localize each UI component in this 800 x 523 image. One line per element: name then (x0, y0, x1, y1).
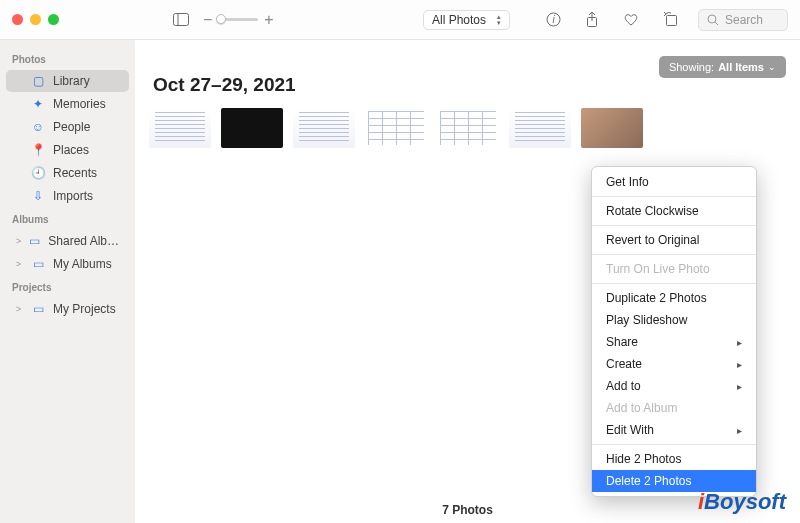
sidebar-item-memories[interactable]: ✦Memories (6, 93, 129, 115)
sidebar-item-icon: ▢ (31, 74, 45, 88)
sidebar-item-label: Places (53, 143, 89, 157)
zoom-slider[interactable]: − + (203, 11, 274, 29)
chevron-down-icon: ⌄ (768, 62, 776, 72)
menu-separator (592, 196, 756, 197)
search-field[interactable]: Search (698, 9, 788, 31)
chevron-right-icon: ▸ (737, 337, 742, 348)
sidebar-section-header: Photos (0, 48, 135, 69)
sidebar: Photos▢Library✦Memories☺People📍Places🕘Re… (0, 40, 135, 523)
sidebar-item-icon: ▭ (29, 234, 40, 248)
menu-separator (592, 225, 756, 226)
sidebar-item-label: Recents (53, 166, 97, 180)
context-menu: Get InfoRotate ClockwiseRevert to Origin… (591, 166, 757, 497)
photo-thumbnail[interactable] (437, 108, 499, 148)
photo-thumbnail[interactable] (221, 108, 283, 148)
menu-item-play-slideshow[interactable]: Play Slideshow (592, 309, 756, 331)
menu-item-turn-on-live-photo: Turn On Live Photo (592, 258, 756, 280)
sidebar-section-header: Projects (0, 276, 135, 297)
sidebar-item-label: My Albums (53, 257, 112, 271)
photo-grid (149, 108, 786, 148)
svg-rect-0 (174, 14, 189, 26)
titlebar: − + All Photos ▴▾ i Search (0, 0, 800, 40)
showing-filter-button[interactable]: Showing: All Items ⌄ (659, 56, 786, 78)
chevron-right-icon: ▸ (737, 359, 742, 370)
sidebar-item-label: Shared Alb… (48, 234, 119, 248)
sidebar-item-label: Imports (53, 189, 93, 203)
sidebar-item-icon: ✦ (31, 97, 45, 111)
menu-separator (592, 254, 756, 255)
rotate-button[interactable] (659, 10, 682, 29)
sidebar-item-recents[interactable]: 🕘Recents (6, 162, 129, 184)
minimize-window-button[interactable] (30, 14, 41, 25)
filter-label: All Photos (432, 13, 486, 27)
svg-line-8 (715, 22, 718, 25)
close-window-button[interactable] (12, 14, 23, 25)
share-button[interactable] (581, 10, 603, 30)
sidebar-item-shared-alb-[interactable]: >▭Shared Alb… (6, 230, 129, 252)
search-icon (707, 14, 719, 26)
window-controls (12, 14, 59, 25)
sidebar-item-icon: ▭ (31, 302, 45, 316)
sidebar-item-my-albums[interactable]: >▭My Albums (6, 253, 129, 275)
zoom-in-icon[interactable]: + (264, 11, 273, 29)
photo-thumbnail[interactable] (365, 108, 427, 148)
sidebar-item-library[interactable]: ▢Library (6, 70, 129, 92)
info-button[interactable]: i (542, 10, 565, 29)
svg-text:i: i (552, 14, 555, 25)
menu-item-rotate-clockwise[interactable]: Rotate Clockwise (592, 200, 756, 222)
sidebar-item-label: Memories (53, 97, 106, 111)
search-placeholder: Search (725, 13, 763, 27)
menu-item-edit-with[interactable]: Edit With▸ (592, 419, 756, 441)
svg-point-7 (708, 15, 716, 23)
sidebar-item-label: Library (53, 74, 90, 88)
sidebar-item-icon: 📍 (31, 143, 45, 157)
sidebar-toggle-button[interactable] (169, 11, 193, 28)
svg-rect-6 (667, 16, 677, 26)
photo-thumbnail[interactable] (509, 108, 571, 148)
menu-separator (592, 444, 756, 445)
sidebar-item-icon: ☺ (31, 120, 45, 134)
fullscreen-window-button[interactable] (48, 14, 59, 25)
photo-thumbnail[interactable] (581, 108, 643, 148)
photo-thumbnail[interactable] (149, 108, 211, 148)
chevron-updown-icon: ▴▾ (497, 14, 501, 26)
menu-item-add-to-album: Add to Album (592, 397, 756, 419)
main-content: Showing: All Items ⌄ Oct 27–29, 2021 7 P… (135, 40, 800, 523)
view-filter-dropdown[interactable]: All Photos ▴▾ (423, 10, 510, 30)
menu-item-duplicate-2-photos[interactable]: Duplicate 2 Photos (592, 287, 756, 309)
sidebar-item-icon: ▭ (31, 257, 45, 271)
sidebar-item-people[interactable]: ☺People (6, 116, 129, 138)
menu-item-create[interactable]: Create▸ (592, 353, 756, 375)
sidebar-item-imports[interactable]: ⇩Imports (6, 185, 129, 207)
menu-item-get-info[interactable]: Get Info (592, 171, 756, 193)
sidebar-section-header: Albums (0, 208, 135, 229)
sidebar-item-icon: ⇩ (31, 189, 45, 203)
zoom-out-icon[interactable]: − (203, 11, 212, 29)
chevron-right-icon: ▸ (737, 425, 742, 436)
sidebar-item-label: My Projects (53, 302, 116, 316)
menu-item-hide-2-photos[interactable]: Hide 2 Photos (592, 448, 756, 470)
sidebar-item-places[interactable]: 📍Places (6, 139, 129, 161)
favorite-button[interactable] (619, 10, 643, 29)
sidebar-item-my-projects[interactable]: >▭My Projects (6, 298, 129, 320)
chevron-right-icon: ▸ (737, 381, 742, 392)
photo-thumbnail[interactable] (293, 108, 355, 148)
sidebar-item-icon: 🕘 (31, 166, 45, 180)
sidebar-item-label: People (53, 120, 90, 134)
menu-item-add-to[interactable]: Add to▸ (592, 375, 756, 397)
menu-item-share[interactable]: Share▸ (592, 331, 756, 353)
watermark: iBoysoft (698, 489, 786, 515)
menu-separator (592, 283, 756, 284)
menu-item-revert-to-original[interactable]: Revert to Original (592, 229, 756, 251)
